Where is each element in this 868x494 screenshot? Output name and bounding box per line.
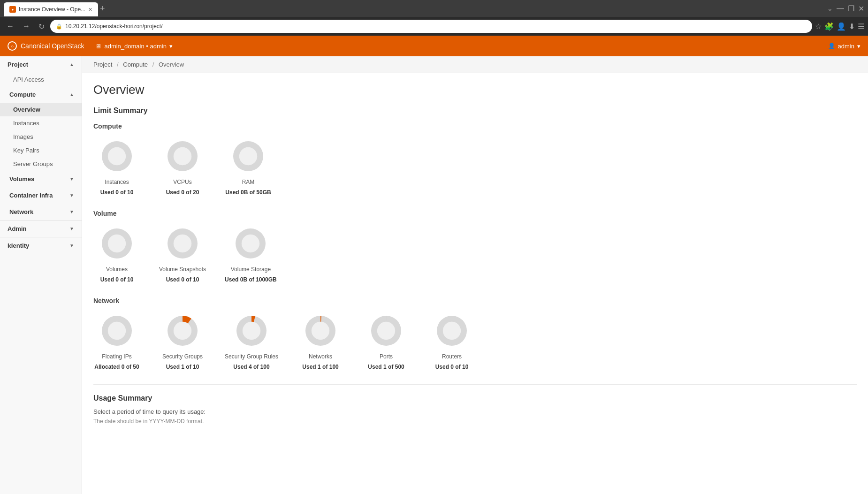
new-tab-button[interactable]: + [100,4,105,14]
svg-point-21 [377,322,395,340]
svg-point-5 [239,147,257,165]
sidebar-volumes-header[interactable]: Volumes ▼ [0,171,82,187]
reload-button[interactable]: ↻ [36,20,47,33]
gauge-label: Networks [309,353,332,360]
gauge-value: Used 0 of 10 [166,276,199,283]
tab-list-button[interactable]: ⌄ [827,5,833,12]
app-header: ○ Canonical OpenStack 🖥 admin_domain • a… [0,36,868,56]
section-divider [93,384,857,385]
back-button[interactable]: ← [4,20,17,32]
identity-chevron-icon: ▼ [69,243,74,248]
gauge-value: Allocated 0 of 50 [94,364,139,370]
volume-gauges-row: VolumesUsed 0 of 10Volume SnapshotsUsed … [93,225,857,283]
lock-icon: 🔒 [56,23,62,30]
gauge-item: VolumesUsed 0 of 10 [93,225,140,283]
monitor-icon: 🖥 [95,43,101,50]
sidebar-item-overview[interactable]: Overview [0,103,82,116]
sidebar-compute-header[interactable]: Compute ▲ [0,86,82,103]
sidebar-item-server-groups[interactable]: Server Groups [0,157,82,171]
window-close-button[interactable]: ✕ [858,4,864,13]
gauge-value: Used 0 of 10 [435,364,469,370]
gauge-item: Volume StorageUsed 0B of 1000GB [225,225,277,283]
sidebar-container-infra-header[interactable]: Container Infra ▼ [0,187,82,204]
gauge-value: Used 4 of 100 [233,364,269,370]
domain-text: admin_domain • admin [104,43,166,50]
sidebar-project-label: Project [8,61,28,68]
sidebar-volumes-label: Volumes [9,175,34,182]
sidebar-network-label: Network [9,208,33,215]
svg-point-13 [108,322,126,340]
svg-point-7 [108,235,126,252]
sidebar-identity-header[interactable]: Identity ▼ [0,237,82,254]
sidebar-item-instances[interactable]: Instances [0,116,82,130]
gauge-item: Volume SnapshotsUsed 0 of 10 [159,225,206,283]
sidebar-identity-section: Identity ▼ [0,237,82,254]
profile-icon[interactable]: 👤 [837,22,846,31]
gauge-chart [433,312,471,350]
gauge-label: Floating IPs [102,353,131,360]
gauge-item: PortsUsed 1 of 500 [363,312,410,370]
gauge-item: RoutersUsed 0 of 10 [428,312,475,370]
sidebar-project-header[interactable]: Project ▲ [0,56,82,73]
user-icon: 👤 [828,43,835,49]
browser-chrome: ● Instance Overview - Ope... ✕ + ⌄ — ❐ ✕… [0,0,868,36]
volume-subsection-title: Volume [93,210,857,217]
sidebar: Project ▲ API Access Compute ▲ Overview … [0,56,82,494]
bookmark-icon[interactable]: ☆ [815,22,822,31]
gauge-chart [302,312,339,350]
svg-point-9 [174,235,191,252]
tab-favicon: ● [9,6,16,13]
gauge-item: RAMUsed 0B of 50GB [225,137,272,196]
gauge-label: Ports [380,353,393,360]
sidebar-item-images[interactable]: Images [0,130,82,144]
menu-icon[interactable]: ☰ [858,22,864,31]
tab-title: Instance Overview - Ope... [19,6,85,13]
browser-actions: ☆ 🧩 👤 ⬇ ☰ [815,22,864,31]
logo-text: Canonical OpenStack [21,42,84,50]
tab-close-button[interactable]: ✕ [88,7,92,13]
usage-note: The date should be in YYYY-MM-DD format. [93,418,857,425]
breadcrumb-project[interactable]: Project [93,61,112,68]
minimize-button[interactable]: — [837,4,844,13]
gauge-label: Security Groups [162,353,203,360]
sidebar-admin-section: Admin ▼ [0,220,82,237]
sidebar-item-api-access[interactable]: API Access [0,73,82,86]
svg-point-23 [443,322,461,340]
gauge-chart [98,312,136,350]
gauge-value: Used 0B of 1000GB [225,276,277,283]
breadcrumb-sep-1: / [117,61,119,68]
gauge-label: RAM [242,179,255,185]
network-subsection-title: Network [93,297,857,304]
gauge-chart [229,137,267,175]
gauge-chart [98,137,136,175]
sidebar-admin-header[interactable]: Admin ▼ [0,220,82,237]
content-area: Overview Limit Summary Compute Instances… [82,73,868,434]
gauge-value: Used 1 of 500 [368,364,404,370]
sidebar-network-header[interactable]: Network ▼ [0,204,82,220]
usage-period-label: Select a period of time to query its usa… [93,408,857,415]
gauge-chart [232,225,269,262]
gauge-label: Instances [105,179,129,185]
gauge-chart [164,225,201,262]
svg-point-17 [243,322,260,340]
header-user: 👤 admin ▾ [828,43,860,50]
user-chevron[interactable]: ▾ [857,43,860,50]
domain-chevron[interactable]: ▾ [169,43,173,50]
sidebar-project-section: Project ▲ API Access Compute ▲ Overview … [0,56,82,220]
sidebar-identity-label: Identity [8,242,29,249]
gauge-item: Security Group RulesUsed 4 of 100 [225,312,278,370]
gauge-value: Used 0 of 10 [100,189,134,196]
forward-button[interactable]: → [20,20,33,32]
address-bar[interactable]: 🔒 10.20.21.12/openstack-horizon/project/ [50,20,812,33]
restore-button[interactable]: ❐ [848,4,854,13]
app-logo: ○ Canonical OpenStack [8,41,84,51]
gauge-item: VCPUsUsed 0 of 20 [159,137,206,196]
extensions-icon[interactable]: 🧩 [824,22,834,31]
volumes-chevron-icon: ▼ [69,176,74,182]
sidebar-item-key-pairs[interactable]: Key Pairs [0,144,82,157]
project-chevron-icon: ▲ [69,62,74,67]
downloads-icon[interactable]: ⬇ [849,22,855,31]
sidebar-compute-label: Compute [9,91,36,98]
breadcrumb-compute[interactable]: Compute [123,61,148,68]
active-tab[interactable]: ● Instance Overview - Ope... ✕ [4,2,98,16]
